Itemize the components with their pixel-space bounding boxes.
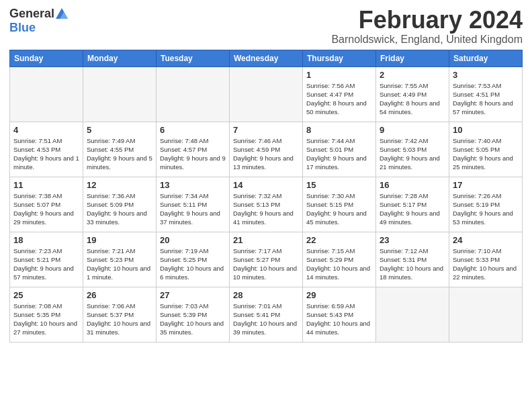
day-number: 24 [453, 235, 519, 245]
day-info: Sunrise: 7:40 AM Sunset: 5:05 PM Dayligh… [453, 136, 519, 172]
day-info: Sunrise: 7:34 AM Sunset: 5:11 PM Dayligh… [160, 191, 226, 227]
calendar-cell-w3-d4: 22Sunrise: 7:15 AM Sunset: 5:29 PM Dayli… [303, 232, 376, 287]
day-info: Sunrise: 7:38 AM Sunset: 5:07 PM Dayligh… [13, 191, 79, 227]
day-number: 27 [160, 290, 226, 300]
day-info: Sunrise: 7:28 AM Sunset: 5:17 PM Dayligh… [380, 191, 445, 227]
day-number: 15 [306, 180, 372, 190]
calendar-title: February 2024 [331, 7, 523, 34]
calendar-cell-w4-d4: 29Sunrise: 6:59 AM Sunset: 5:43 PM Dayli… [303, 287, 376, 342]
day-info: Sunrise: 6:59 AM Sunset: 5:43 PM Dayligh… [306, 302, 372, 337]
calendar-cell-w2-d4: 15Sunrise: 7:30 AM Sunset: 5:15 PM Dayli… [303, 177, 376, 232]
day-number: 21 [233, 235, 299, 245]
day-number: 18 [13, 235, 79, 245]
calendar-cell-w1-d1: 5Sunrise: 7:49 AM Sunset: 4:55 PM Daylig… [83, 122, 157, 177]
day-number: 1 [306, 70, 372, 80]
calendar-cell-w4-d0: 25Sunrise: 7:08 AM Sunset: 5:35 PM Dayli… [10, 287, 83, 342]
logo-general: General [9, 7, 54, 21]
day-info: Sunrise: 7:01 AM Sunset: 5:41 PM Dayligh… [233, 302, 299, 337]
calendar-cell-w2-d6: 17Sunrise: 7:26 AM Sunset: 5:19 PM Dayli… [449, 177, 523, 232]
day-number: 9 [380, 125, 445, 135]
calendar-cell-w2-d1: 12Sunrise: 7:36 AM Sunset: 5:09 PM Dayli… [83, 177, 157, 232]
day-info: Sunrise: 7:42 AM Sunset: 5:03 PM Dayligh… [380, 136, 445, 172]
day-info: Sunrise: 7:36 AM Sunset: 5:09 PM Dayligh… [87, 191, 152, 227]
calendar-cell-w4-d2: 27Sunrise: 7:03 AM Sunset: 5:39 PM Dayli… [157, 287, 230, 342]
day-info: Sunrise: 7:53 AM Sunset: 4:51 PM Dayligh… [453, 81, 519, 117]
calendar-cell-w1-d6: 10Sunrise: 7:40 AM Sunset: 5:05 PM Dayli… [449, 122, 523, 177]
calendar-table: Sunday Monday Tuesday Wednesday Thursday… [9, 50, 523, 342]
day-number: 16 [380, 180, 445, 190]
header-wednesday: Wednesday [230, 50, 303, 66]
header-saturday: Saturday [449, 50, 523, 66]
logo-blue: Blue [9, 21, 36, 35]
day-info: Sunrise: 7:23 AM Sunset: 5:21 PM Dayligh… [13, 246, 79, 282]
calendar-cell-w4-d5 [376, 287, 449, 342]
day-info: Sunrise: 7:06 AM Sunset: 5:37 PM Dayligh… [87, 302, 152, 337]
day-number: 20 [160, 235, 226, 245]
calendar-cell-w0-d1 [83, 66, 157, 122]
calendar-cell-w1-d4: 8Sunrise: 7:44 AM Sunset: 5:01 PM Daylig… [303, 122, 376, 177]
header-monday: Monday [83, 50, 157, 66]
week-row-1: 4Sunrise: 7:51 AM Sunset: 4:53 PM Daylig… [10, 122, 523, 177]
calendar-cell-w1-d2: 6Sunrise: 7:48 AM Sunset: 4:57 PM Daylig… [157, 122, 230, 177]
week-row-2: 11Sunrise: 7:38 AM Sunset: 5:07 PM Dayli… [10, 177, 523, 232]
calendar-subtitle: Barnoldswick, England, United Kingdom [331, 34, 523, 46]
calendar-cell-w2-d3: 14Sunrise: 7:32 AM Sunset: 5:13 PM Dayli… [230, 177, 303, 232]
calendar-cell-w3-d2: 20Sunrise: 7:19 AM Sunset: 5:25 PM Dayli… [157, 232, 230, 287]
day-info: Sunrise: 7:12 AM Sunset: 5:31 PM Dayligh… [380, 246, 445, 282]
day-number: 22 [306, 235, 372, 245]
calendar-cell-w1-d0: 4Sunrise: 7:51 AM Sunset: 4:53 PM Daylig… [10, 122, 83, 177]
day-info: Sunrise: 7:46 AM Sunset: 4:59 PM Dayligh… [233, 136, 299, 172]
day-info: Sunrise: 7:56 AM Sunset: 4:47 PM Dayligh… [306, 81, 372, 117]
day-number: 23 [380, 235, 445, 245]
day-info: Sunrise: 7:26 AM Sunset: 5:19 PM Dayligh… [453, 191, 519, 227]
day-number: 12 [87, 180, 152, 190]
week-row-4: 25Sunrise: 7:08 AM Sunset: 5:35 PM Dayli… [10, 287, 523, 342]
title-section: February 2024 Barnoldswick, England, Uni… [331, 7, 523, 46]
day-info: Sunrise: 7:32 AM Sunset: 5:13 PM Dayligh… [233, 191, 299, 227]
calendar-cell-w2-d5: 16Sunrise: 7:28 AM Sunset: 5:17 PM Dayli… [376, 177, 449, 232]
day-number: 19 [87, 235, 152, 245]
calendar-cell-w3-d1: 19Sunrise: 7:21 AM Sunset: 5:23 PM Dayli… [83, 232, 157, 287]
day-number: 26 [87, 290, 152, 300]
calendar-cell-w4-d3: 28Sunrise: 7:01 AM Sunset: 5:41 PM Dayli… [230, 287, 303, 342]
day-number: 10 [453, 125, 519, 135]
day-number: 3 [453, 70, 519, 80]
calendar-cell-w0-d6: 3Sunrise: 7:53 AM Sunset: 4:51 PM Daylig… [449, 66, 523, 122]
page: General Blue February 2024 Barnoldswick,… [0, 0, 532, 411]
header-tuesday: Tuesday [157, 50, 230, 66]
day-number: 6 [160, 125, 226, 135]
day-info: Sunrise: 7:44 AM Sunset: 5:01 PM Dayligh… [306, 136, 372, 172]
day-info: Sunrise: 7:19 AM Sunset: 5:25 PM Dayligh… [160, 246, 226, 282]
day-info: Sunrise: 7:03 AM Sunset: 5:39 PM Dayligh… [160, 302, 226, 337]
day-info: Sunrise: 7:51 AM Sunset: 4:53 PM Dayligh… [13, 136, 79, 172]
day-info: Sunrise: 7:17 AM Sunset: 5:27 PM Dayligh… [233, 246, 299, 282]
calendar-cell-w4-d1: 26Sunrise: 7:06 AM Sunset: 5:37 PM Dayli… [83, 287, 157, 342]
day-number: 11 [13, 180, 79, 190]
day-info: Sunrise: 7:21 AM Sunset: 5:23 PM Dayligh… [87, 246, 152, 282]
calendar-cell-w4-d6 [449, 287, 523, 342]
calendar-cell-w3-d6: 24Sunrise: 7:10 AM Sunset: 5:33 PM Dayli… [449, 232, 523, 287]
day-info: Sunrise: 7:08 AM Sunset: 5:35 PM Dayligh… [13, 302, 79, 337]
calendar-cell-w0-d4: 1Sunrise: 7:56 AM Sunset: 4:47 PM Daylig… [303, 66, 376, 122]
day-info: Sunrise: 7:30 AM Sunset: 5:15 PM Dayligh… [306, 191, 372, 227]
day-number: 29 [306, 290, 372, 300]
day-info: Sunrise: 7:55 AM Sunset: 4:49 PM Dayligh… [380, 81, 445, 117]
calendar-cell-w1-d5: 9Sunrise: 7:42 AM Sunset: 5:03 PM Daylig… [376, 122, 449, 177]
calendar-cell-w3-d0: 18Sunrise: 7:23 AM Sunset: 5:21 PM Dayli… [10, 232, 83, 287]
calendar-cell-w0-d3 [230, 66, 303, 122]
day-info: Sunrise: 7:15 AM Sunset: 5:29 PM Dayligh… [306, 246, 372, 282]
day-info: Sunrise: 7:10 AM Sunset: 5:33 PM Dayligh… [453, 246, 519, 282]
header: General Blue February 2024 Barnoldswick,… [9, 7, 523, 46]
day-number: 13 [160, 180, 226, 190]
weekday-header-row: Sunday Monday Tuesday Wednesday Thursday… [10, 50, 523, 66]
calendar-cell-w3-d3: 21Sunrise: 7:17 AM Sunset: 5:27 PM Dayli… [230, 232, 303, 287]
calendar-cell-w0-d2 [157, 66, 230, 122]
day-number: 14 [233, 180, 299, 190]
day-info: Sunrise: 7:48 AM Sunset: 4:57 PM Dayligh… [160, 136, 226, 172]
day-info: Sunrise: 7:49 AM Sunset: 4:55 PM Dayligh… [87, 136, 152, 172]
calendar-cell-w2-d0: 11Sunrise: 7:38 AM Sunset: 5:07 PM Dayli… [10, 177, 83, 232]
calendar-cell-w2-d2: 13Sunrise: 7:34 AM Sunset: 5:11 PM Dayli… [157, 177, 230, 232]
header-sunday: Sunday [10, 50, 83, 66]
day-number: 7 [233, 125, 299, 135]
week-row-3: 18Sunrise: 7:23 AM Sunset: 5:21 PM Dayli… [10, 232, 523, 287]
